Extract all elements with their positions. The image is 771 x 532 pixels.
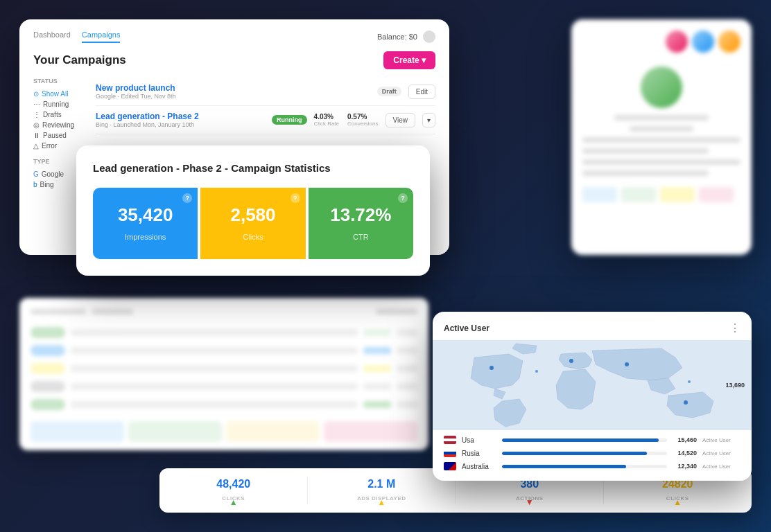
blur-badge (31, 327, 65, 338)
campaign-name[interactable]: New product launch (96, 83, 370, 93)
status-badge: Draft (377, 87, 401, 96)
blurred-table-card (19, 298, 428, 450)
filter-running[interactable]: ⋯ Running (33, 99, 82, 109)
blur-line (582, 148, 709, 154)
profile-card (571, 19, 752, 255)
error-icon: △ (33, 142, 39, 150)
status-label: STATUS (33, 78, 82, 85)
blur-text (71, 383, 358, 390)
help-icon[interactable]: ? (398, 193, 408, 203)
country-tag: Active User (702, 437, 740, 443)
country-bar (502, 452, 647, 455)
blur-text (71, 347, 358, 354)
filter-show-all[interactable]: ⊙ Show All (33, 89, 82, 99)
au-title: Active User (444, 323, 490, 333)
bottom-stat-ads: 2.1 M ADS DISPLAYED ▲ (308, 471, 456, 510)
page-title: Your Campaigns (33, 53, 126, 67)
country-row: Usa 15,460 Active User (444, 436, 740, 444)
campaign-sub: Bing · Launched Mon, January 10th (96, 121, 265, 128)
world-map: 13,690 (433, 340, 752, 430)
blur-row (31, 381, 417, 392)
stats-grid: ? 35,420 Impressions ? 2,580 Clicks ? 13… (93, 188, 413, 259)
avatar (692, 30, 714, 53)
ctr-label: CTR (353, 233, 369, 241)
help-icon[interactable]: ? (182, 193, 192, 203)
country-value: 15,460 (673, 436, 697, 443)
campaign-stats: 4.03% Click Rate 0.57% Conversions (314, 113, 379, 127)
sidebar-filters: STATUS ⊙ Show All ⋯ Running ⋮ Drafts ◎ R… (33, 78, 82, 190)
clicks-value: 2,580 (211, 204, 294, 226)
blur-line (582, 159, 740, 165)
au-header: Active User ⋮ (433, 312, 752, 340)
campaign-info: New product launch Google · Edited Tue, … (96, 83, 370, 100)
help-icon[interactable]: ? (291, 193, 300, 203)
campaign-info: Lead generation - Phase 2 Bing · Launche… (96, 112, 265, 128)
create-button[interactable]: Create ▾ (383, 51, 435, 69)
campaign-name[interactable]: Lead generation - Phase 2 (96, 112, 265, 121)
country-list: Usa 15,460 Active User Rusia 14,520 Acti… (433, 430, 752, 481)
ctr-value: 13.72% (320, 204, 402, 226)
clicks-count: 48,420 (166, 478, 301, 490)
filter-reviewing[interactable]: ◎ Reviewing (33, 120, 82, 130)
edit-button[interactable]: Edit (408, 85, 435, 99)
clicks-label: Clicks (243, 233, 263, 241)
trend-up-icon: ▲ (377, 497, 386, 507)
bottom-stat-clicks: 48,420 CLICKS ▲ (159, 471, 308, 510)
blur-rows (31, 309, 417, 442)
view-button[interactable]: View (386, 113, 416, 127)
filter-drafts[interactable]: ⋮ Drafts (33, 109, 82, 120)
reviewing-icon: ◎ (33, 121, 40, 129)
title-row: Your Campaigns Create ▾ (33, 51, 435, 69)
trend-up-icon: ▲ (673, 497, 682, 507)
blur-badge (31, 399, 65, 410)
profile-avatars (582, 30, 740, 53)
main-avatar (641, 66, 682, 108)
more-button[interactable]: ▾ (422, 113, 435, 127)
avatar (666, 30, 688, 53)
blur-badge (31, 345, 65, 356)
filter-google[interactable]: G Google (33, 169, 82, 179)
blur-row (31, 363, 417, 374)
blur-row (31, 345, 417, 356)
nav-campaigns[interactable]: Campaigns (82, 30, 121, 43)
blur-row (31, 327, 417, 338)
blur-text (71, 401, 358, 408)
ctr-box: ? 13.72% CTR (309, 188, 413, 259)
country-name: Rusia (462, 450, 496, 457)
filter-bing[interactable]: b Bing (33, 179, 82, 190)
show-all-icon: ⊙ (33, 90, 39, 98)
nav-dashboard[interactable]: Dashboard (33, 30, 71, 43)
trend-down-icon: ▼ (526, 497, 534, 507)
country-bar-wrap (502, 452, 667, 455)
filter-paused[interactable]: ⏸ Paused (33, 130, 82, 141)
filter-error[interactable]: △ Error (33, 141, 82, 151)
campaign-sub: Google · Edited Tue, Nov 8th (96, 93, 370, 100)
click-rate-value: 4.03% (314, 113, 339, 121)
svg-point-3 (625, 362, 629, 366)
blur-row (31, 399, 417, 410)
google-icon: G (33, 170, 39, 178)
country-value: 12,340 (673, 463, 697, 470)
flag-australia (444, 462, 456, 470)
type-label: TYPE (33, 158, 82, 165)
blur-text (71, 329, 358, 336)
avatar (718, 30, 740, 53)
country-value: 14,520 (673, 450, 697, 456)
map-svg (433, 340, 752, 430)
user-icon[interactable] (423, 30, 435, 43)
svg-point-2 (569, 359, 573, 363)
paused-icon: ⏸ (33, 132, 40, 139)
country-name: Usa (462, 436, 496, 444)
conversions-value: 0.57% (347, 113, 378, 121)
status-badge: Running (272, 115, 307, 125)
svg-point-1 (490, 366, 494, 370)
flag-usa (444, 436, 456, 444)
blur-line (582, 137, 740, 143)
bing-icon: b (33, 181, 37, 188)
stats-card-title: Lead generation - Phase 2 - Campaign Sta… (93, 162, 413, 174)
map-number: 13,690 (725, 382, 745, 389)
blur-text (71, 365, 358, 372)
nav-bar: Dashboard Campaigns Balance: $0 (33, 30, 435, 43)
trend-up-icon: ▲ (229, 497, 238, 507)
more-options-icon[interactable]: ⋮ (729, 321, 740, 335)
